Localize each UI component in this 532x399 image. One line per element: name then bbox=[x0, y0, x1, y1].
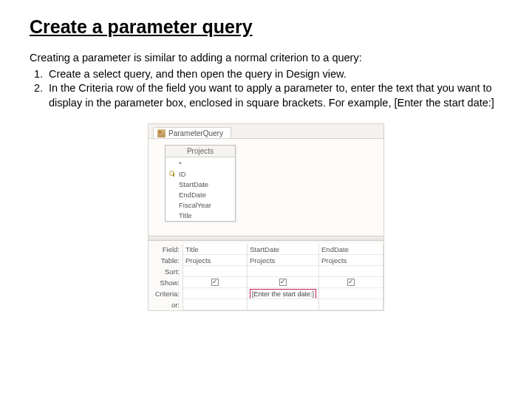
field-row[interactable]: Title bbox=[166, 210, 235, 220]
show-cell[interactable] bbox=[248, 277, 318, 288]
table-cell[interactable]: Projects bbox=[183, 255, 247, 266]
query-designer-screenshot: ParameterQuery Projects * ID StartDate bbox=[148, 123, 384, 311]
field-cell[interactable]: Title bbox=[183, 244, 247, 255]
query-icon bbox=[157, 129, 166, 137]
field-list: * ID StartDate EndDate FiscalYear bbox=[166, 157, 235, 221]
grid-column[interactable]: Title Projects bbox=[183, 244, 247, 310]
sort-cell[interactable] bbox=[319, 266, 383, 277]
page-title: Create a parameter query bbox=[30, 16, 502, 38]
sort-cell[interactable] bbox=[248, 266, 318, 277]
table-cell[interactable]: Projects bbox=[319, 255, 383, 266]
field-row[interactable]: EndDate bbox=[166, 189, 235, 200]
show-checkbox[interactable] bbox=[347, 279, 355, 286]
instruction-text: Creating a parameter is similar to addin… bbox=[30, 51, 502, 110]
grid-column[interactable]: EndDate Projects bbox=[318, 244, 383, 310]
field-row[interactable]: ID bbox=[166, 168, 235, 179]
field-row[interactable]: StartDate bbox=[166, 179, 235, 189]
field-row[interactable]: * bbox=[166, 158, 235, 168]
field-cell[interactable]: EndDate bbox=[319, 244, 383, 255]
grid-row-labels: Field: Table: Sort: Show: Criteria: or: bbox=[149, 244, 183, 310]
criteria-cell[interactable]: [Enter the start date:] bbox=[248, 288, 318, 299]
field-cell[interactable]: StartDate bbox=[248, 244, 318, 255]
qbe-grid: Field: Table: Sort: Show: Criteria: or: … bbox=[149, 241, 383, 310]
show-cell[interactable] bbox=[319, 277, 383, 288]
sort-cell[interactable] bbox=[183, 266, 247, 277]
criteria-cell[interactable] bbox=[183, 288, 247, 299]
show-checkbox[interactable] bbox=[279, 279, 287, 286]
step-item: In the Criteria row of the field you wan… bbox=[46, 81, 502, 110]
or-cell[interactable] bbox=[248, 299, 318, 310]
query-tab-label: ParameterQuery bbox=[168, 129, 223, 137]
step-list: Create a select query, and then open the… bbox=[30, 67, 502, 111]
query-tab[interactable]: ParameterQuery bbox=[153, 127, 231, 138]
source-table[interactable]: Projects * ID StartDate EndDate bbox=[165, 145, 236, 222]
field-row[interactable]: FiscalYear bbox=[166, 200, 235, 210]
step-item: Create a select query, and then open the… bbox=[46, 67, 502, 82]
or-cell[interactable] bbox=[183, 299, 247, 310]
criteria-cell[interactable] bbox=[319, 288, 383, 299]
primary-key-icon bbox=[169, 171, 175, 177]
or-cell[interactable] bbox=[319, 299, 383, 310]
source-table-title: Projects bbox=[166, 146, 235, 157]
tab-bar: ParameterQuery bbox=[149, 124, 383, 139]
grid-column[interactable]: StartDate Projects [Enter the start date… bbox=[247, 244, 318, 310]
show-cell[interactable] bbox=[183, 277, 247, 288]
intro-line: Creating a parameter is similar to addin… bbox=[30, 51, 502, 66]
criteria-prompt: [Enter the start date:] bbox=[250, 289, 316, 299]
table-cell[interactable]: Projects bbox=[248, 255, 318, 266]
show-checkbox[interactable] bbox=[211, 279, 219, 286]
relationship-pane: Projects * ID StartDate EndDate bbox=[149, 139, 383, 236]
